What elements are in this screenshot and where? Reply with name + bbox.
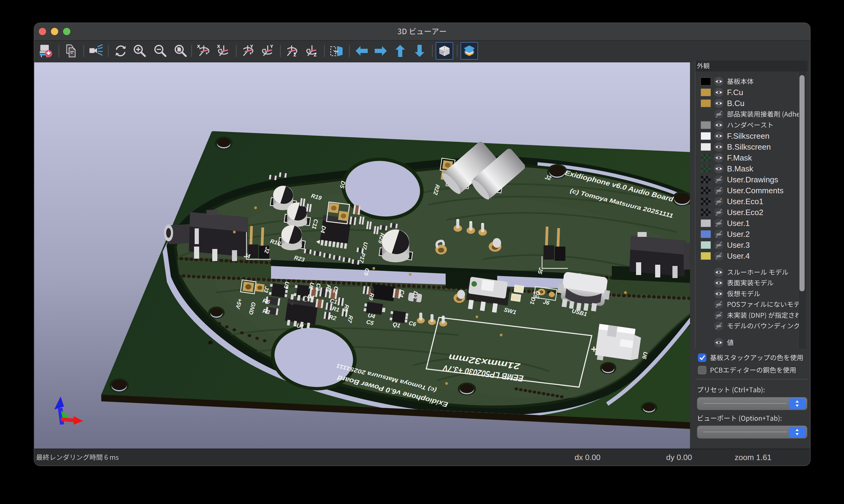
svg-text:Y: Y <box>270 43 273 49</box>
svg-text:Z: Z <box>293 52 296 57</box>
svg-text:X: X <box>197 43 200 49</box>
svg-text:+: + <box>591 343 597 355</box>
svg-text:X: X <box>217 43 220 49</box>
svg-text:Y: Y <box>250 43 253 49</box>
svg-text:Z: Z <box>314 52 316 57</box>
